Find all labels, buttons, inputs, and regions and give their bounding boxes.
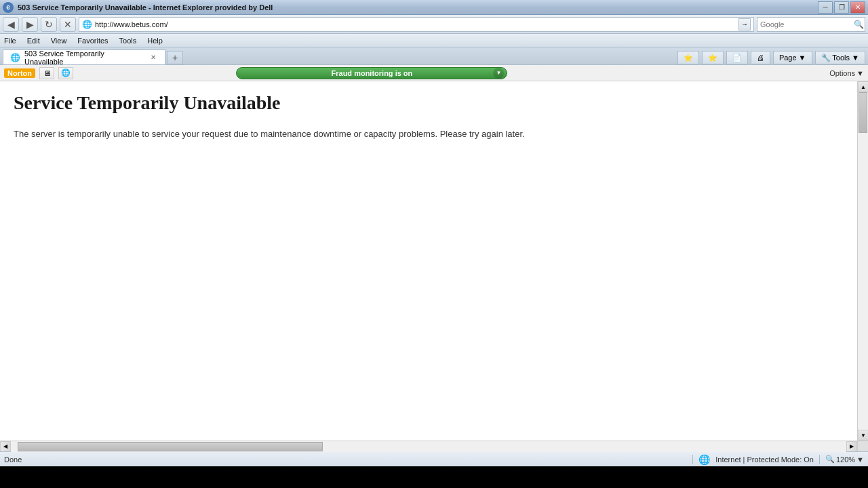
active-tab[interactable]: 🌐 503 Service Temporarily Unavailable ✕ <box>3 49 165 64</box>
internet-icon: 🌐 <box>698 454 710 465</box>
zoom-arrow: ▼ <box>856 455 864 464</box>
scroll-right-button[interactable]: ▶ <box>846 441 857 452</box>
close-button[interactable]: ✕ <box>850 1 865 14</box>
tab-close-button[interactable]: ✕ <box>149 53 158 62</box>
add-favorites-button[interactable]: 📄 <box>726 51 748 64</box>
search-box: 🔍 <box>757 17 865 32</box>
go-button[interactable]: → <box>738 18 751 30</box>
page-button[interactable]: Page ▼ <box>773 51 812 64</box>
new-tab-button[interactable]: + <box>167 51 183 64</box>
status-separator-1 <box>692 455 693 464</box>
menu-help[interactable]: Help <box>147 37 163 45</box>
zoom-control[interactable]: 🔍 120% ▼ <box>825 455 864 464</box>
fraud-monitor-dropdown[interactable]: ▼ <box>493 68 504 79</box>
minimize-button[interactable]: ─ <box>818 1 833 14</box>
status-right: 🌐 Internet | Protected Mode: On 🔍 120% ▼ <box>692 454 864 465</box>
scroll-left-button[interactable]: ◀ <box>0 441 11 452</box>
status-text: Done <box>4 455 22 464</box>
scrollbar-corner <box>857 441 868 452</box>
status-separator-2 <box>819 455 820 464</box>
page-content: Service Temporarily Unavailable The serv… <box>0 81 857 441</box>
status-bar: Done 🌐 Internet | Protected Mode: On 🔍 1… <box>0 451 868 466</box>
scrollbar-thumb[interactable] <box>859 92 867 133</box>
fraud-monitor-text: Fraud monitoring is on <box>332 69 413 77</box>
address-icon: 🌐 <box>82 20 92 29</box>
horizontal-scrollbar: ◀ ▶ <box>0 441 868 451</box>
back-button[interactable]: ◀ <box>3 17 19 32</box>
scrollbar-track[interactable] <box>858 92 868 430</box>
vertical-scrollbar: ▲ ▼ <box>857 81 868 441</box>
print-button[interactable]: 🖨 <box>751 51 770 64</box>
error-heading: Service Temporarily Unavailable <box>14 92 844 114</box>
scroll-up-button[interactable]: ▲ <box>858 81 868 92</box>
menu-tools[interactable]: Tools <box>119 37 137 45</box>
menu-edit[interactable]: Edit <box>27 37 40 45</box>
menu-favorites[interactable]: Favorites <box>77 37 108 45</box>
menu-bar: File Edit View Favorites Tools Help <box>0 34 868 47</box>
window-controls: ─ ❐ ✕ <box>818 1 865 14</box>
zoom-level: 120% <box>836 455 855 464</box>
scroll-down-button[interactable]: ▼ <box>858 430 868 441</box>
h-scrollbar-track[interactable] <box>11 441 846 452</box>
error-body: The server is temporarily unable to serv… <box>14 127 844 142</box>
refresh-button[interactable]: ↻ <box>41 17 57 32</box>
content-wrapper: Service Temporarily Unavailable The serv… <box>0 81 868 441</box>
fraud-monitor-bar: Fraud monitoring is on ▼ <box>236 67 507 79</box>
tab-label: 503 Service Temporarily Unavailable <box>24 49 144 66</box>
address-bar: 🌐 → <box>79 17 754 32</box>
norton-logo: Norton <box>4 68 35 78</box>
norton-toolbar: Norton 🖥 🌐 Fraud monitoring is on ▼ Opti… <box>0 65 868 81</box>
restore-button[interactable]: ❐ <box>834 1 849 14</box>
menu-file[interactable]: File <box>4 37 16 45</box>
zoom-icon: 🔍 <box>825 455 835 464</box>
tab-toolbar-right: ⭐ ⭐ 📄 🖨 Page ▼ 🔧 Tools ▼ <box>677 51 865 64</box>
norton-globe-button[interactable]: 🌐 <box>58 67 73 79</box>
tools-button[interactable]: 🔧 Tools ▼ <box>815 51 865 64</box>
title-bar: e 503 Service Temporarily Unavailable - … <box>0 0 868 15</box>
tab-bar: 🌐 503 Service Temporarily Unavailable ✕ … <box>0 47 868 65</box>
favorites-star-1[interactable]: ⭐ <box>677 51 699 64</box>
navigation-bar: ◀ ▶ ↻ ✕ 🌐 → 🔍 <box>0 15 868 34</box>
window-title: 503 Service Temporarily Unavailable - In… <box>18 3 273 12</box>
h-scrollbar-thumb[interactable] <box>18 442 323 451</box>
internet-zone-text: Internet | Protected Mode: On <box>715 455 814 464</box>
address-input[interactable] <box>95 20 736 28</box>
favorites-star-2[interactable]: ⭐ <box>702 51 724 64</box>
forward-button[interactable]: ▶ <box>22 17 38 32</box>
browser-icon: e <box>3 2 14 13</box>
tab-icon: 🌐 <box>10 53 20 62</box>
norton-monitor-button[interactable]: 🖥 <box>39 67 54 79</box>
menu-view[interactable]: View <box>51 37 67 45</box>
search-button[interactable]: 🔍 <box>854 20 864 29</box>
search-input[interactable] <box>760 20 854 28</box>
norton-options-button[interactable]: Options ▼ <box>829 69 864 77</box>
stop-button[interactable]: ✕ <box>60 17 76 32</box>
